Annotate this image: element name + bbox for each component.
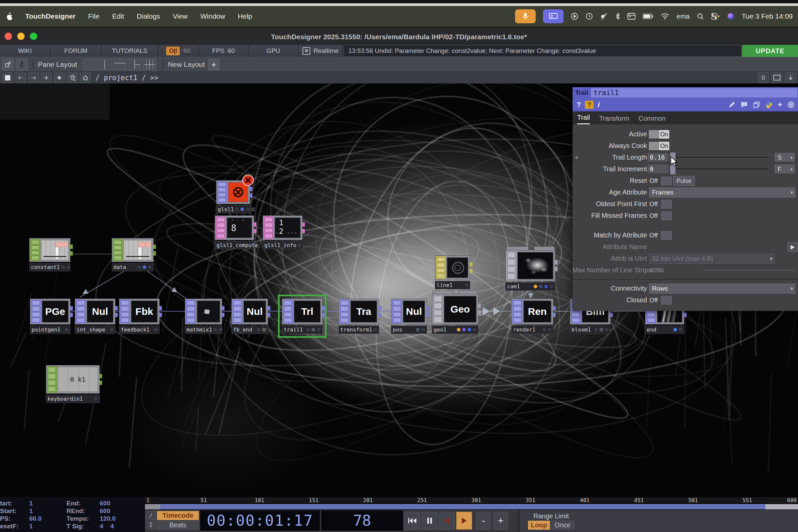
node-line1[interactable]: line1 (435, 255, 470, 289)
error-badge-icon[interactable] (242, 174, 254, 186)
node-transform1[interactable]: Tra transform1 (339, 299, 379, 334)
jump-start-button[interactable] (404, 512, 420, 530)
pane-layout-preset-split-h[interactable] (113, 59, 126, 70)
info-value[interactable]: 1 (29, 523, 33, 530)
add-icon[interactable]: + (41, 73, 52, 83)
apple-icon[interactable] (6, 10, 13, 23)
node-name-bar[interactable]: render1 (511, 325, 553, 334)
play-icon[interactable] (571, 10, 578, 23)
info-value[interactable]: 1 (29, 507, 33, 515)
info-value[interactable]: 1 (29, 500, 33, 507)
gpu-indicator[interactable]: GPU (249, 45, 299, 57)
node-name-bar[interactable]: glsl1_info (263, 241, 303, 249)
node-name-bar[interactable]: pos (391, 325, 427, 334)
add-parameter-icon[interactable]: + (778, 100, 782, 109)
play-reverse-button[interactable] (439, 512, 455, 530)
frame-increment-button[interactable]: + (493, 512, 508, 530)
toggle-closed[interactable] (661, 296, 672, 305)
dropdown-attrib-is-uint[interactable]: 32 bits UInt (max 4 B)▾ (649, 254, 775, 264)
node-name-bar[interactable]: cam1 (506, 282, 555, 291)
node-outputs[interactable] (159, 306, 162, 317)
screen-sharing-indicator[interactable] (543, 9, 564, 23)
network-path[interactable]: / project1 / >> (95, 74, 158, 82)
node-outputs[interactable] (470, 262, 473, 273)
node-outputs[interactable] (153, 245, 156, 256)
help-icon[interactable]: ? (576, 100, 581, 109)
update-button[interactable]: UPDATE (742, 45, 798, 57)
node-cam1[interactable]: cam1 (506, 250, 555, 291)
node-name-bar[interactable]: feedback1 (119, 325, 159, 334)
node-name-bar[interactable]: constant1 (29, 263, 71, 271)
menubar-user[interactable]: ema (677, 13, 690, 20)
menubar-clock[interactable]: Tue 3 Feb 14:09 (742, 12, 793, 20)
node-int_shape[interactable]: Nul int_shape (75, 299, 115, 334)
node-mathmix1[interactable]: mathmix1 (185, 299, 222, 334)
timeline-ruler[interactable]: 151101151201251301351401451501551600 (145, 497, 798, 504)
unit-menu-trail-increment[interactable]: F▾ (775, 165, 795, 173)
node-outputs[interactable] (302, 223, 305, 233)
tab-trail[interactable]: Trail (577, 114, 590, 125)
siri-icon[interactable] (727, 10, 735, 23)
frame-decrement-button[interactable]: - (476, 512, 491, 530)
menubar-item-dialogs[interactable]: Dialogs (137, 12, 160, 20)
node-outputs[interactable] (250, 187, 252, 198)
node-render1[interactable]: Ren render1 (511, 299, 553, 334)
node-name-bar[interactable]: geo1 (432, 325, 478, 334)
menubar-item-window[interactable]: Window (201, 12, 225, 20)
toggle-fill-missed-frames[interactable] (661, 211, 672, 220)
node-outputs[interactable] (99, 374, 102, 385)
dropdown-connectivity[interactable]: Rows▾ (649, 284, 795, 293)
tab-transform[interactable]: Transform (599, 115, 629, 125)
python-icon[interactable] (765, 101, 773, 108)
menubar-item-view[interactable]: View (173, 12, 188, 20)
time-machine-icon[interactable] (586, 10, 593, 23)
search-icon[interactable] (697, 10, 704, 23)
export-pane-icon[interactable] (2, 58, 14, 71)
node-trail1[interactable]: Trl trail1 (282, 299, 323, 334)
dropdown-age-attribute[interactable]: Frames▾ (649, 188, 795, 197)
toggle-active[interactable]: On (648, 130, 670, 139)
node-feedback1[interactable]: Fbk feedback1 (119, 299, 159, 334)
node-pointgen1[interactable]: PGe pointgen1 (30, 299, 71, 334)
node-glsl1[interactable]: glsl1 (216, 180, 250, 213)
node-outputs[interactable] (115, 306, 118, 317)
toggle-oldest-point-first[interactable] (661, 200, 672, 208)
bluetooth-icon[interactable] (615, 10, 620, 23)
range-left-handle[interactable] (145, 504, 160, 509)
node-name-bar[interactable]: glsl1 (216, 205, 250, 213)
beats-mode-button[interactable]: Beats (157, 521, 199, 530)
menubar-item-help[interactable]: Help (238, 12, 252, 20)
node-name-bar[interactable]: bloom1 (570, 325, 610, 334)
node-outputs[interactable] (379, 306, 381, 317)
collapse-pane-icon[interactable] (785, 73, 796, 83)
pane-layout-preset-split-v[interactable] (98, 59, 111, 70)
bullseye-icon[interactable] (787, 101, 795, 108)
perform-mode-button[interactable]: O|I (166, 46, 180, 56)
realtime-toggle[interactable]: ✕ Realtime (299, 45, 343, 57)
play-button[interactable] (456, 512, 472, 530)
info-value[interactable]: 120.0 (100, 515, 116, 522)
control-center-icon[interactable] (711, 10, 720, 23)
field-trail-length[interactable]: 0.16 (648, 153, 668, 162)
node-outputs[interactable] (322, 306, 325, 317)
node-outputs[interactable] (555, 260, 557, 271)
realtime-checkbox-icon[interactable]: ✕ (303, 47, 310, 55)
menubar-item-file[interactable]: File (88, 12, 99, 20)
node-name-bar[interactable]: line1 (435, 281, 470, 289)
node-outputs[interactable] (478, 304, 481, 315)
node-outputs[interactable] (70, 306, 73, 317)
forum-link[interactable]: FORUM (51, 45, 102, 57)
window-bar-icon[interactable] (627, 10, 635, 23)
wifi-icon[interactable] (661, 10, 669, 23)
info-value[interactable]: 4 4 (100, 523, 114, 530)
node-constant1[interactable]: constant1 (29, 238, 71, 271)
node-outputs[interactable] (268, 306, 270, 317)
maximize-pane-icon[interactable] (772, 73, 782, 83)
copy-icon[interactable] (753, 101, 760, 108)
info-icon[interactable]: i (597, 100, 600, 109)
comment-icon[interactable] (740, 101, 748, 108)
menubar-item-edit[interactable]: Edit (112, 12, 124, 20)
pencil-icon[interactable] (728, 101, 735, 108)
tutorials-link[interactable]: TUTORIALS (102, 45, 158, 57)
node-outputs[interactable] (254, 223, 256, 233)
